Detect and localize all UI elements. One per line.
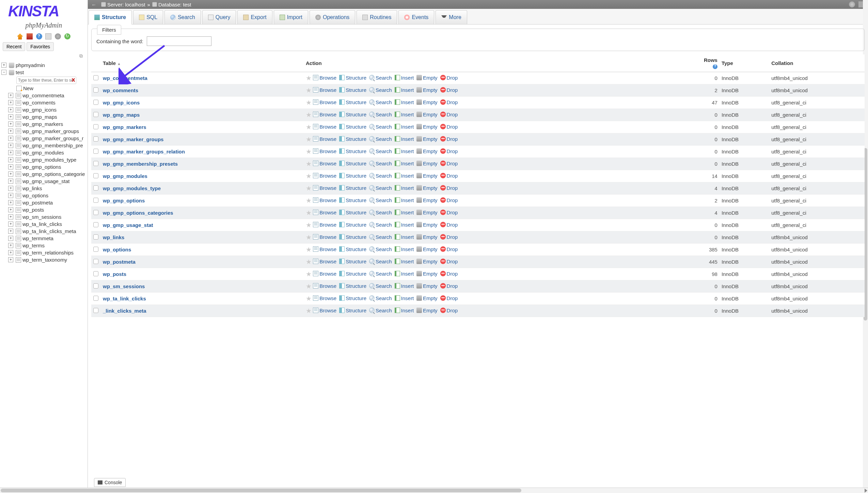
logout-icon[interactable] xyxy=(27,33,33,39)
browse-link[interactable]: Browse xyxy=(313,295,336,301)
insert-link[interactable]: Insert xyxy=(395,210,414,215)
row-checkbox[interactable] xyxy=(93,210,98,215)
expand-icon[interactable]: + xyxy=(8,193,13,198)
structure-link[interactable]: Structure xyxy=(339,295,366,301)
search-link[interactable]: Search xyxy=(369,99,392,105)
browse-link[interactable]: Browse xyxy=(313,271,336,277)
expand-icon[interactable]: + xyxy=(8,171,13,177)
expand-icon[interactable]: + xyxy=(8,93,13,98)
browse-link[interactable]: Browse xyxy=(313,112,336,117)
search-link[interactable]: Search xyxy=(369,283,392,289)
drop-link[interactable]: Drop xyxy=(440,234,458,240)
search-link[interactable]: Search xyxy=(369,234,392,240)
favorite-star-icon[interactable]: ★ xyxy=(306,148,312,155)
page-settings-icon[interactable] xyxy=(849,1,855,7)
tree-table[interactable]: wp_gmp_icons xyxy=(22,107,57,113)
tree-table[interactable]: wp_sm_sessions xyxy=(22,214,61,220)
favorite-star-icon[interactable]: ★ xyxy=(306,160,312,167)
drop-link[interactable]: Drop xyxy=(440,136,458,142)
table-name-link[interactable]: wp_gmp_options xyxy=(103,198,145,203)
th-table[interactable]: Table▲ xyxy=(101,54,304,72)
browse-link[interactable]: Browse xyxy=(313,234,336,240)
tree-table[interactable]: wp_links xyxy=(22,185,42,191)
tree-table[interactable]: wp_gmp_modules xyxy=(22,150,64,155)
favorite-star-icon[interactable]: ★ xyxy=(306,185,312,192)
favorite-star-icon[interactable]: ★ xyxy=(306,246,312,253)
drop-link[interactable]: Drop xyxy=(440,308,458,313)
structure-link[interactable]: Structure xyxy=(339,87,366,93)
table-name-link[interactable]: wp_sm_sessions xyxy=(103,283,145,289)
browse-link[interactable]: Browse xyxy=(313,185,336,191)
favorite-star-icon[interactable]: ★ xyxy=(306,172,312,180)
table-name-link[interactable]: wp_comments xyxy=(103,87,138,93)
expand-icon[interactable]: + xyxy=(1,63,6,68)
expand-icon[interactable]: + xyxy=(8,129,13,134)
browse-link[interactable]: Browse xyxy=(313,259,336,264)
structure-link[interactable]: Structure xyxy=(339,124,366,130)
drop-link[interactable]: Drop xyxy=(440,283,458,289)
row-checkbox[interactable] xyxy=(93,283,98,289)
insert-link[interactable]: Insert xyxy=(395,283,414,289)
tree-table[interactable]: wp_gmp_markers xyxy=(22,121,63,127)
structure-link[interactable]: Structure xyxy=(339,197,366,203)
collapse-sidebar-icon[interactable]: ← xyxy=(91,2,96,7)
table-name-link[interactable]: wp_gmp_maps xyxy=(103,112,140,118)
empty-link[interactable]: Empty xyxy=(416,246,438,252)
collapse-icon[interactable]: − xyxy=(1,70,6,75)
empty-link[interactable]: Empty xyxy=(416,197,438,203)
insert-link[interactable]: Insert xyxy=(395,87,414,93)
insert-link[interactable]: Insert xyxy=(395,222,414,228)
insert-link[interactable]: Insert xyxy=(395,148,414,154)
browse-link[interactable]: Browse xyxy=(313,308,336,313)
browse-link[interactable]: Browse xyxy=(313,75,336,81)
table-name-link[interactable]: wp_links xyxy=(103,234,124,240)
empty-link[interactable]: Empty xyxy=(416,283,438,289)
tab-structure[interactable]: Structure xyxy=(89,10,132,24)
table-name-link[interactable]: wp_gmp_marker_groups_relation xyxy=(103,149,185,154)
insert-link[interactable]: Insert xyxy=(395,173,414,179)
structure-link[interactable]: Structure xyxy=(339,210,366,215)
drop-link[interactable]: Drop xyxy=(440,222,458,228)
row-checkbox[interactable] xyxy=(93,87,98,93)
help-icon[interactable] xyxy=(36,33,42,39)
table-name-link[interactable]: wp_posts xyxy=(103,271,126,277)
empty-link[interactable]: Empty xyxy=(416,259,438,264)
favorite-star-icon[interactable]: ★ xyxy=(306,87,312,94)
expand-icon[interactable]: + xyxy=(8,100,13,105)
expand-icon[interactable]: + xyxy=(8,179,13,184)
row-checkbox[interactable] xyxy=(93,271,98,276)
empty-link[interactable]: Empty xyxy=(416,210,438,215)
table-name-link[interactable]: wp_gmp_marker_groups xyxy=(103,136,163,142)
structure-link[interactable]: Structure xyxy=(339,112,366,117)
recent-button[interactable]: Recent xyxy=(3,42,25,51)
browse-link[interactable]: Browse xyxy=(313,197,336,203)
structure-link[interactable]: Structure xyxy=(339,148,366,154)
insert-link[interactable]: Insert xyxy=(395,197,414,203)
expand-icon[interactable]: + xyxy=(8,157,13,162)
th-rows[interactable]: Rows xyxy=(678,54,720,72)
tree-filter-input[interactable] xyxy=(16,77,76,84)
tab-sql[interactable]: SQL xyxy=(133,10,163,24)
search-link[interactable]: Search xyxy=(369,136,392,142)
tab-routines[interactable]: Routines xyxy=(357,10,397,24)
tab-events[interactable]: Events xyxy=(398,10,434,24)
empty-link[interactable]: Empty xyxy=(416,99,438,105)
row-checkbox[interactable] xyxy=(93,259,98,264)
tree-new[interactable]: New xyxy=(23,85,33,91)
tree-table[interactable]: wp_gmp_options xyxy=(22,164,61,170)
empty-link[interactable]: Empty xyxy=(416,234,438,240)
row-checkbox[interactable] xyxy=(93,222,98,227)
favorite-star-icon[interactable]: ★ xyxy=(306,136,312,143)
row-checkbox[interactable] xyxy=(93,247,98,252)
browse-link[interactable]: Browse xyxy=(313,210,336,215)
table-name-link[interactable]: wp_gmp_modules xyxy=(103,173,147,179)
tree-table[interactable]: wp_ta_link_clicks_meta xyxy=(22,228,76,234)
drop-link[interactable]: Drop xyxy=(440,99,458,105)
row-checkbox[interactable] xyxy=(93,136,98,142)
tab-search[interactable]: Search xyxy=(164,10,201,24)
row-checkbox[interactable] xyxy=(93,296,98,301)
browse-link[interactable]: Browse xyxy=(313,124,336,130)
expand-icon[interactable]: + xyxy=(8,121,13,127)
insert-link[interactable]: Insert xyxy=(395,124,414,130)
tree-table[interactable]: wp_term_relationships xyxy=(22,250,74,256)
